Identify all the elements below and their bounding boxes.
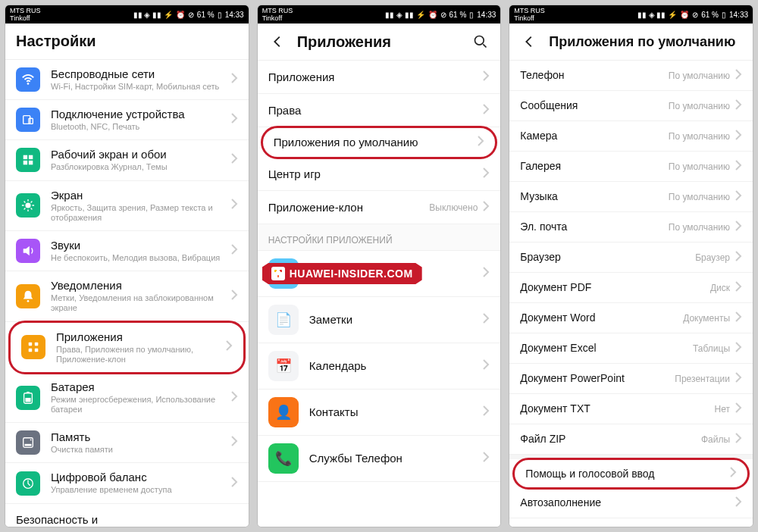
device-icon xyxy=(16,108,40,132)
svg-rect-18 xyxy=(25,444,32,446)
default-app-row[interactable]: Эл. почтаПо умолчанию xyxy=(509,212,753,243)
settings-row[interactable]: ЭкранЯркость, Защита зрения, Размер текс… xyxy=(5,181,249,231)
row-title: Автозаполнение xyxy=(520,496,730,509)
carrier-2: Tinkoff xyxy=(10,15,41,22)
storage-icon xyxy=(16,430,40,455)
settings-row[interactable]: ПамятьОчистка памяти xyxy=(5,423,249,463)
default-app-row[interactable]: ТелефонПо умолчанию xyxy=(509,61,753,91)
alarm-icon: ⏰ xyxy=(428,11,437,19)
search-button[interactable] xyxy=(471,33,490,51)
default-app-row[interactable]: Помощь и голосовой ввод xyxy=(512,458,750,490)
row-title: Экран xyxy=(51,189,226,202)
battery-icon: ▯ xyxy=(469,11,474,19)
row-value: Презентации xyxy=(675,374,730,384)
default-app-row[interactable]: БраузерБраузер xyxy=(509,243,753,273)
chevron-right-icon xyxy=(230,477,238,490)
chevron-right-icon xyxy=(482,452,490,465)
row-title: Календарь xyxy=(309,359,478,373)
status-bar: MTS RUS Tinkoff ▮▮ ◈ ▮▮ ⚡ ⏰ ⊘ 61 % ▯ 14:… xyxy=(258,5,501,23)
signal-icon: ▮▮ ◈ ▮▮ ⚡ xyxy=(133,11,173,19)
phone-apps: MTS RUS Tinkoff ▮▮ ◈ ▮▮ ⚡ ⏰ ⊘ 61 % ▯ 14:… xyxy=(257,5,502,527)
chevron-right-icon xyxy=(482,359,490,373)
svg-point-17 xyxy=(30,440,32,441)
default-app-row[interactable]: Документ WordДокументы xyxy=(509,303,753,333)
svg-rect-12 xyxy=(35,349,39,352)
row-title: Документ TXT xyxy=(520,402,709,415)
battery-text: 61 % xyxy=(449,11,467,19)
time-text: 14:33 xyxy=(729,11,748,19)
settings-row[interactable]: Цифровой балансУправление временем досту… xyxy=(5,463,249,503)
page-title: Настройки xyxy=(16,33,238,50)
default-app-row[interactable]: КамераПо умолчанию xyxy=(509,121,753,152)
bell-icon xyxy=(16,284,40,308)
apps-menu-row[interactable]: Центр игр xyxy=(258,158,501,191)
chevron-right-icon xyxy=(735,99,742,113)
settings-row[interactable]: ПриложенияПрава, Приложения по умолчанию… xyxy=(8,321,246,374)
app-row[interactable]: 🌤️HUAWEI-INSIDER.COM xyxy=(258,251,501,297)
app-icon: 👤 xyxy=(268,397,299,427)
chevron-right-icon xyxy=(482,267,490,280)
settings-row[interactable]: Рабочий экран и обоиРазблокировка Журнал… xyxy=(5,140,249,180)
dnd-icon: ⊘ xyxy=(188,11,194,19)
row-title: Документ PowerPoint xyxy=(520,372,670,385)
row-value: По умолчанию xyxy=(669,70,730,81)
section-header: НАСТРОЙКИ ПРИЛОЖЕНИЙ xyxy=(258,224,501,251)
settings-row[interactable]: БатареяРежим энергосбережения, Использов… xyxy=(5,373,249,423)
chevron-right-icon xyxy=(230,73,238,86)
back-button[interactable] xyxy=(268,33,287,51)
settings-row[interactable]: Подключение устройстваBluetooth, NFC, Пе… xyxy=(5,100,249,140)
svg-rect-2 xyxy=(29,118,33,124)
default-app-row[interactable]: СообщенияПо умолчанию xyxy=(509,91,753,121)
default-app-row[interactable]: Документ PowerPointПрезентации xyxy=(509,364,753,394)
chevron-right-icon xyxy=(735,433,742,446)
app-row[interactable]: 📞Службы Телефон xyxy=(258,436,501,482)
svg-rect-10 xyxy=(35,343,39,346)
settings-row[interactable]: Безопасность и xyxy=(5,504,249,527)
svg-point-8 xyxy=(27,300,30,302)
app-row[interactable]: 📄Заметки xyxy=(258,297,501,343)
default-app-row[interactable]: Автозаполнение xyxy=(509,488,753,518)
apps-menu-row[interactable]: Приложение-клонВыключено xyxy=(258,191,501,224)
row-title: Документ Word xyxy=(520,311,678,324)
svg-rect-11 xyxy=(29,349,33,352)
row-title: Подключение устройства xyxy=(51,108,226,121)
app-row[interactable]: 👤Контакты xyxy=(258,390,501,436)
back-button[interactable] xyxy=(520,33,538,51)
wifi-icon xyxy=(16,67,40,92)
dnd-icon: ⊘ xyxy=(440,11,446,19)
row-title: Приложения по умолчанию xyxy=(274,136,473,149)
signal-icon: ▮▮ ◈ ▮▮ ⚡ xyxy=(637,11,677,19)
settings-row[interactable]: УведомленияМетки, Уведомления на заблоки… xyxy=(5,271,249,321)
default-app-row[interactable]: Документ ExcelТаблицы xyxy=(509,333,753,364)
apps-menu-row[interactable]: Права xyxy=(258,94,501,127)
row-title: Документ Excel xyxy=(520,342,688,355)
apps-menu-row[interactable]: Приложения по умолчанию xyxy=(261,126,498,159)
row-title: Заметки xyxy=(309,313,478,327)
app-icon: 📞 xyxy=(268,443,299,474)
chevron-right-icon xyxy=(230,113,238,127)
battery-text: 61 % xyxy=(197,11,215,19)
default-app-row[interactable]: Документ PDFДиск xyxy=(509,273,753,303)
huawei-logo-icon xyxy=(271,267,285,280)
svg-rect-9 xyxy=(29,343,33,346)
default-app-row[interactable]: МузыкаПо умолчанию xyxy=(509,182,753,212)
default-app-row[interactable]: Документ TXTНет xyxy=(509,394,753,424)
row-title: Память xyxy=(51,430,226,444)
settings-row[interactable]: Беспроводные сетиWi-Fi, Настройки SIM-ка… xyxy=(5,60,249,100)
chevron-right-icon xyxy=(482,167,490,181)
row-value: По умолчанию xyxy=(669,161,730,172)
chevron-right-icon xyxy=(735,160,742,174)
chevron-right-icon xyxy=(230,199,238,212)
row-subtitle: Права, Приложения по умолчанию, Приложен… xyxy=(56,345,221,365)
default-app-row[interactable]: ГалереяПо умолчанию xyxy=(509,152,753,182)
row-title: Приложения xyxy=(268,70,478,84)
page-title: Приложения по умолчанию xyxy=(549,34,742,50)
default-app-row[interactable]: Файл ZIPФайлы xyxy=(509,424,753,455)
settings-row[interactable]: ЗвукиНе беспокоить, Мелодия вызова, Вибр… xyxy=(5,231,249,271)
chevron-right-icon xyxy=(230,153,238,167)
row-title: Файл ZIP xyxy=(520,433,697,446)
app-row[interactable]: 📅Календарь xyxy=(258,343,501,390)
chevron-right-icon xyxy=(735,130,742,143)
row-subtitle: Метки, Уведомления на заблокированном эк… xyxy=(51,293,226,313)
apps-menu-row[interactable]: Приложения xyxy=(258,61,501,94)
